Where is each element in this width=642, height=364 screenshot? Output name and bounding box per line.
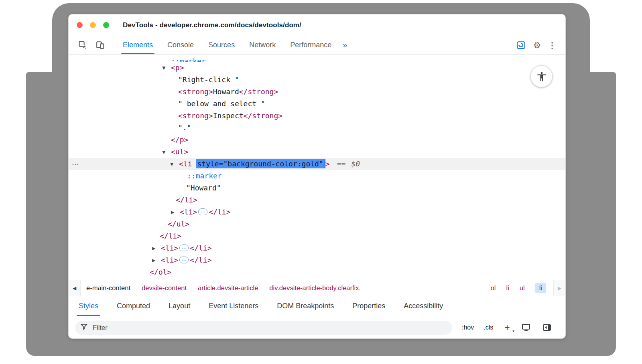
tab-console[interactable]: Console xyxy=(166,36,195,54)
element-class-cls-button[interactable]: .cls xyxy=(484,324,493,331)
tag-token: <li> xyxy=(180,208,197,216)
expand-arrow-icon[interactable]: ▼ xyxy=(170,158,179,170)
collapse-arrow-icon[interactable]: ▶ xyxy=(152,255,161,267)
tab-network[interactable]: Network xyxy=(248,36,277,54)
tag-token: </li> xyxy=(160,232,181,240)
accessibility-person-icon xyxy=(536,71,547,82)
dom-text-node[interactable]: "Howard" xyxy=(69,182,565,194)
inspect-element-icon[interactable] xyxy=(74,36,91,54)
breadcrumb-item[interactable]: ol xyxy=(491,284,496,292)
new-style-rule-plus-button[interactable]: +▾ xyxy=(504,323,510,332)
toolbar-divider xyxy=(112,40,112,50)
dom-node-li-collapsed[interactable]: ▶<li>⋯</li> xyxy=(69,206,565,218)
sidebar-panel-tabs: Styles Computed Layout Event Listeners D… xyxy=(69,296,565,316)
node-overflow-dots-icon[interactable]: ⋯ xyxy=(72,158,78,170)
tag-token: </ol> xyxy=(150,268,171,276)
zoom-window-button[interactable] xyxy=(103,22,109,28)
text-token: "Right-click " xyxy=(178,75,239,84)
screencast-icon[interactable] xyxy=(512,40,530,50)
breadcrumb-scroll-right-button[interactable]: ▶ xyxy=(553,280,565,296)
more-options-kebab-icon[interactable]: ⋮ xyxy=(544,40,560,50)
text-token: " below and select " xyxy=(178,99,265,108)
collapsed-children-ellipsis-icon[interactable]: ⋯ xyxy=(179,257,189,263)
device-toolbar-icon[interactable] xyxy=(91,36,109,54)
tag-token: <li> xyxy=(161,256,178,264)
tag-token: <strong> xyxy=(178,111,213,120)
dom-node-li-collapsed[interactable]: ▶<li>⋯</li> xyxy=(69,242,565,254)
tag-token: <li xyxy=(179,160,192,168)
dom-node-strong[interactable]: <strong>Howard</strong> xyxy=(69,86,565,98)
tag-token: </p> xyxy=(171,135,188,144)
settings-gear-icon[interactable]: ⚙ xyxy=(530,41,544,49)
tag-token: </ul> xyxy=(168,220,189,228)
breadcrumb-item[interactable]: article.devsite-article xyxy=(198,284,258,292)
tab-sources[interactable]: Sources xyxy=(207,36,236,54)
breadcrumb-item[interactable]: div.devsite-article-body.clearfix. xyxy=(269,284,361,292)
tag-token: </li> xyxy=(209,208,230,216)
sidebar-toggle-icon[interactable] xyxy=(542,323,552,332)
tag-token: </li> xyxy=(190,244,211,252)
pseudo-element-label: ::marker xyxy=(187,172,222,180)
tab-layout[interactable]: Layout xyxy=(159,296,199,316)
dom-node-clipped-marker[interactable]: ::marker xyxy=(69,55,565,62)
breadcrumb-item[interactable]: li xyxy=(506,284,509,292)
devtools-toolbar: Elements Console Sources Network Perform… xyxy=(69,36,565,55)
styles-filter-bar: :hov .cls +▾ xyxy=(69,316,565,339)
dom-node-ul-close[interactable]: </ul> xyxy=(69,218,565,230)
tab-elements[interactable]: Elements xyxy=(121,36,154,54)
dom-tree: ::marker ▼<p> "Right-click " <strong>How… xyxy=(69,55,565,280)
expand-arrow-icon[interactable]: ▼ xyxy=(162,146,171,158)
tab-properties[interactable]: Properties xyxy=(343,296,394,316)
filter-field-wrap xyxy=(75,321,452,335)
dom-node-li-close[interactable]: </li> xyxy=(69,194,565,206)
dom-text-node[interactable]: " below and select " xyxy=(69,98,565,110)
dom-text-node[interactable]: "." xyxy=(69,122,565,134)
styles-filter-input[interactable] xyxy=(75,321,452,335)
dom-text-node[interactable]: "Right-click " xyxy=(69,74,565,86)
collapsed-children-ellipsis-icon[interactable]: ⋯ xyxy=(179,245,189,251)
minimize-window-button[interactable] xyxy=(90,22,96,28)
dom-node-strong[interactable]: <strong>Inspect</strong> xyxy=(69,110,565,122)
tag-token: </li> xyxy=(176,196,197,204)
dom-node-p-close[interactable]: </p> xyxy=(69,134,565,146)
tab-event-listeners[interactable]: Event Listeners xyxy=(199,296,268,316)
dom-node-ul-open[interactable]: ▼<ul> xyxy=(69,146,565,158)
titlebar: DevTools - developer.chrome.com/docs/dev… xyxy=(69,14,565,36)
rendering-emulation-icon[interactable] xyxy=(521,323,531,332)
tag-token: </li> xyxy=(190,256,211,264)
tag-token: </strong> xyxy=(244,111,283,120)
dom-node-ol-close[interactable]: </ol> xyxy=(69,266,565,278)
tab-accessibility[interactable]: Accessibility xyxy=(394,296,452,316)
plus-caret-icon: ▾ xyxy=(512,330,514,333)
collapsed-children-ellipsis-icon[interactable]: ⋯ xyxy=(198,208,207,215)
breadcrumb-item[interactable]: devsite-content xyxy=(142,284,187,292)
tab-dom-breakpoints[interactable]: DOM Breakpoints xyxy=(268,296,343,316)
breadcrumb-item[interactable]: e-main-content xyxy=(86,284,130,292)
dom-node-li-close[interactable]: </li> xyxy=(69,230,565,242)
accessibility-floating-button[interactable] xyxy=(530,65,553,87)
tab-performance[interactable]: Performance xyxy=(288,36,333,54)
element-state-hov-button[interactable]: :hov xyxy=(462,324,474,331)
breadcrumb-scroll-left-button[interactable]: ◀ xyxy=(69,280,81,296)
dom-node-marker-pseudo[interactable]: ::marker xyxy=(69,170,565,182)
breadcrumb-item-selected[interactable]: li xyxy=(535,283,546,293)
tag-token: <p> xyxy=(171,63,184,72)
tab-computed[interactable]: Computed xyxy=(108,296,159,316)
tag-token: <strong> xyxy=(178,87,213,96)
breadcrumb-item[interactable]: ul xyxy=(520,284,525,292)
dom-node-li-selected[interactable]: ⋯▼<listyle="background-color:gold">==$0 xyxy=(69,158,565,170)
expand-arrow-icon[interactable]: ▼ xyxy=(162,62,171,74)
dom-node-li-collapsed[interactable]: ▶<li>⋯</li> xyxy=(69,254,565,266)
tab-styles[interactable]: Styles xyxy=(69,296,108,316)
collapse-arrow-icon[interactable]: ▶ xyxy=(152,243,161,255)
text-token: "Howard" xyxy=(186,184,221,192)
close-window-button[interactable] xyxy=(77,22,83,28)
selected-style-attribute[interactable]: style="background-color:gold" xyxy=(196,159,325,168)
devtools-window: DevTools - developer.chrome.com/docs/dev… xyxy=(68,14,566,339)
dom-node-p-open[interactable]: ▼<p> xyxy=(69,62,565,74)
equals-token: == xyxy=(337,160,346,168)
stage: DevTools - developer.chrome.com/docs/dev… xyxy=(0,0,642,364)
tag-token: <ul> xyxy=(171,148,188,156)
more-tabs-chevron[interactable]: » xyxy=(343,36,347,54)
collapse-arrow-icon[interactable]: ▶ xyxy=(171,206,180,218)
